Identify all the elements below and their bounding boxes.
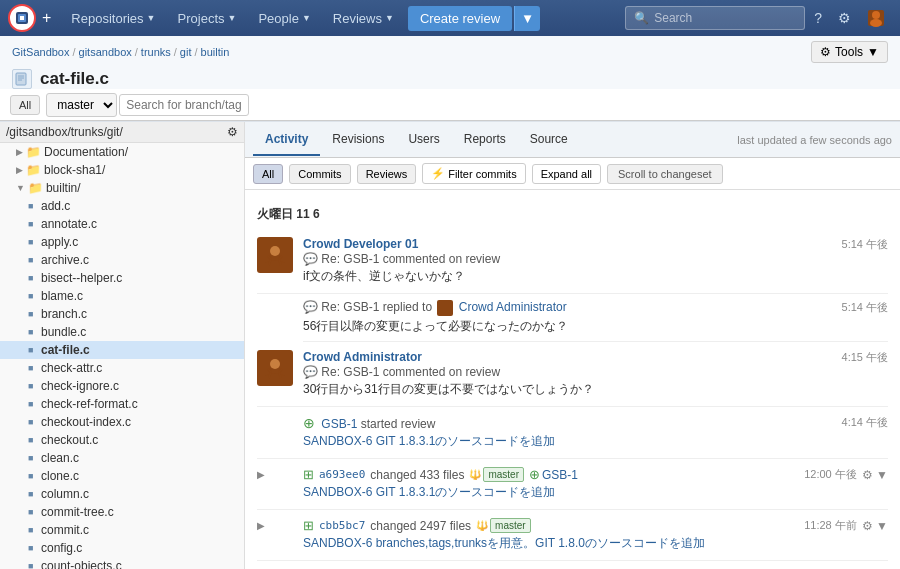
tab-source[interactable]: Source [518, 124, 580, 156]
main-content: Activity Revisions Users Reports Source … [245, 122, 900, 569]
feed-author[interactable]: Crowd Administrator [303, 350, 422, 364]
tree-item-ft7[interactable]: ■ archive.c [0, 251, 244, 269]
sidebar-toolbar: /gitsandbox/trunks/git/ ⚙ [0, 122, 244, 143]
tree-item-ft13[interactable]: ■ check-attr.c [0, 359, 244, 377]
logo[interactable] [8, 4, 36, 32]
tree-item-ft2[interactable]: ▶ 📁 block-sha1/ [0, 161, 244, 179]
help-button[interactable]: ? [807, 0, 829, 36]
tab-revisions[interactable]: Revisions [320, 124, 396, 156]
tree-item-ft15[interactable]: ■ check-ref-format.c [0, 395, 244, 413]
user-button[interactable] [860, 0, 892, 36]
tree-item-ft23[interactable]: ■ config.c [0, 539, 244, 557]
expand-icon[interactable]: ▶ [257, 469, 265, 480]
file-tree-sidebar: /gitsandbox/trunks/git/ ⚙ ▶ 📁 Documentat… [0, 122, 245, 569]
tree-item-ft4[interactable]: ■ add.c [0, 197, 244, 215]
add-icon[interactable]: + [42, 9, 51, 27]
search-input[interactable] [654, 11, 794, 25]
svg-line-13 [268, 256, 271, 259]
sidebar-root-path: /gitsandbox/trunks/git/ [6, 125, 123, 139]
tree-item-label: add.c [41, 199, 70, 213]
tree-item-label: clean.c [41, 451, 79, 465]
nav-reviews[interactable]: Reviews ▼ [323, 0, 404, 36]
review-link[interactable]: GSB-1 [542, 468, 578, 482]
tree-item-ft22[interactable]: ■ commit.c [0, 521, 244, 539]
folder-icon: 📁 [28, 181, 43, 195]
search-box[interactable]: 🔍 [625, 6, 805, 30]
expand-all-button[interactable]: Expand all [532, 164, 601, 184]
breadcrumb-trunks[interactable]: trunks [141, 46, 171, 58]
tree-item-ft21[interactable]: ■ commit-tree.c [0, 503, 244, 521]
tree-item-label: clone.c [41, 469, 79, 483]
tab-users[interactable]: Users [396, 124, 451, 156]
breadcrumb-gitsandbox[interactable]: GitSandbox [12, 46, 69, 58]
item-settings-icon[interactable]: ⚙ ▼ [862, 468, 888, 482]
tree-item-ft3[interactable]: ▼ 📁 builtin/ [0, 179, 244, 197]
filter-reviews-button[interactable]: Reviews [357, 164, 417, 184]
filter-commits-button[interactable]: Commits [289, 164, 350, 184]
create-review-button[interactable]: Create review [408, 6, 512, 31]
tab-reports[interactable]: Reports [452, 124, 518, 156]
tree-item-ft17[interactable]: ■ checkout.c [0, 431, 244, 449]
svg-rect-2 [20, 16, 24, 20]
review-title-link[interactable]: SANDBOX-6 GIT 1.8.3.1のソースコードを追加 [303, 434, 556, 448]
main-layout: /gitsandbox/trunks/git/ ⚙ ▶ 📁 Documentat… [0, 122, 900, 569]
branch-select[interactable]: master [46, 93, 117, 117]
nav-people[interactable]: People ▼ [248, 0, 320, 36]
feed-author[interactable]: Crowd Developer 01 [303, 237, 418, 251]
replied-to-user[interactable]: Crowd Administrator [459, 300, 567, 314]
tab-activity[interactable]: Activity [253, 124, 320, 156]
sidebar-settings-icon[interactable]: ⚙ [227, 125, 238, 139]
file-type-icon: ■ [28, 363, 36, 373]
commit-title-link[interactable]: SANDBOX-6 GIT 1.8.3.1のソースコードを追加 [303, 485, 556, 499]
tree-item-ft5[interactable]: ■ annotate.c [0, 215, 244, 233]
svg-line-14 [279, 256, 282, 259]
feed-action: 💬 Re: GSB-1 commented on review [303, 365, 888, 379]
create-review-dropdown-button[interactable]: ▼ [514, 6, 540, 31]
page-title-row: cat-file.c [0, 65, 900, 89]
svg-line-11 [269, 259, 271, 265]
nav-repositories[interactable]: Repositories ▼ [61, 0, 165, 36]
expand-icon[interactable]: ▶ [257, 520, 265, 531]
tree-item-ft9[interactable]: ■ blame.c [0, 287, 244, 305]
tree-item-ft1[interactable]: ▶ 📁 Documentation/ [0, 143, 244, 161]
breadcrumb-builtin[interactable]: builtin [201, 46, 230, 58]
feed-sub-item: 💬 Re: GSB-1 replied to Crowd Administrat… [303, 294, 888, 342]
all-branches-btn[interactable]: All [10, 95, 40, 115]
date-header: 火曜日 11 6 [257, 206, 888, 223]
review-info: ⊕ GSB-1 [529, 467, 578, 482]
commit-title-link[interactable]: SANDBOX-6 branches,tags,trunksを用意。GIT 1.… [303, 536, 705, 550]
comment-icon: 💬 [303, 300, 318, 314]
tree-item-ft14[interactable]: ■ check-ignore.c [0, 377, 244, 395]
scroll-to-changeset-button[interactable]: Scroll to changeset [607, 164, 723, 184]
breadcrumb: GitSandbox / gitsandbox / trunks / git /… [12, 46, 229, 58]
tree-item-ft6[interactable]: ■ apply.c [0, 233, 244, 251]
file-type-icon: ■ [28, 201, 36, 211]
nav-projects[interactable]: Projects ▼ [168, 0, 247, 36]
item-settings-icon[interactable]: ⚙ ▼ [862, 519, 888, 533]
tree-item-ft16[interactable]: ■ checkout-index.c [0, 413, 244, 431]
svg-point-10 [270, 246, 280, 256]
tree-item-ft20[interactable]: ■ column.c [0, 485, 244, 503]
breadcrumb-gitsandbox2[interactable]: gitsandbox [79, 46, 132, 58]
review-start-icon: ⊕ [303, 415, 315, 431]
tree-item-ft11[interactable]: ■ bundle.c [0, 323, 244, 341]
tree-item-ft12[interactable]: ■ cat-file.c [0, 341, 244, 359]
tree-item-ft24[interactable]: ■ count-objects.c [0, 557, 244, 569]
branch-badge: master [483, 467, 524, 482]
tree-item-ft19[interactable]: ■ clone.c [0, 467, 244, 485]
filter-all-button[interactable]: All [253, 164, 283, 184]
branch-search-input[interactable] [119, 94, 249, 116]
feed-time: 11:28 午前 [804, 518, 857, 533]
tree-item-ft8[interactable]: ■ bisect--helper.c [0, 269, 244, 287]
tree-item-label: commit-tree.c [41, 505, 114, 519]
tree-item-ft18[interactable]: ■ clean.c [0, 449, 244, 467]
tree-item-ft10[interactable]: ■ branch.c [0, 305, 244, 323]
tools-button[interactable]: ⚙ Tools ▼ [811, 41, 888, 63]
settings-button[interactable]: ⚙ [831, 0, 858, 36]
feed-item: Crowd Administrator 4:15 午後 💬 Re: GSB-1 … [257, 342, 888, 407]
filter-commits-dropdown-button[interactable]: ⚡ Filter commits [422, 163, 525, 184]
review-link[interactable]: GSB-1 [321, 417, 357, 431]
tree-item-label: checkout-index.c [41, 415, 131, 429]
breadcrumb-git[interactable]: git [180, 46, 192, 58]
file-icon [12, 69, 32, 89]
